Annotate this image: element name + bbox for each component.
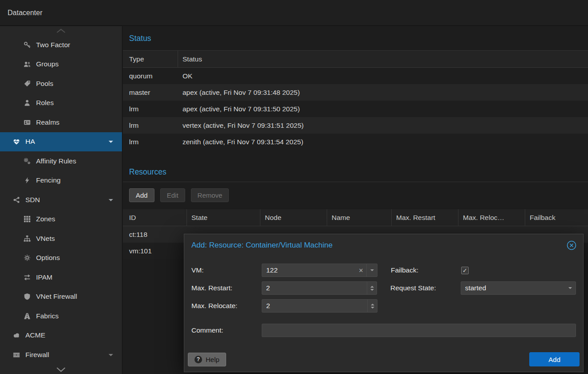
column-header-type[interactable]: Type bbox=[123, 51, 178, 67]
sidebar: Two Factor Groups Pools Roles bbox=[0, 26, 122, 374]
table-row[interactable]: lrm zenith (active, Fri Nov 7 09:31:54 2… bbox=[123, 134, 588, 150]
sidebar-item-affinity-rules[interactable]: Affinity Rules bbox=[0, 151, 122, 171]
sidebar-item-label: Roles bbox=[36, 99, 54, 107]
failback-checkbox[interactable]: ✓ bbox=[461, 267, 469, 274]
vm-input[interactable] bbox=[262, 266, 356, 274]
sidebar-item-label: Groups bbox=[36, 60, 59, 68]
sidebar-item-zones[interactable]: Zones bbox=[0, 210, 122, 229]
resources-panel-title: Resources bbox=[123, 163, 588, 182]
sidebar-item-label: Zones bbox=[36, 215, 55, 223]
shield-icon bbox=[23, 293, 31, 300]
table-row[interactable]: quorum OK bbox=[123, 68, 588, 84]
add-button[interactable]: Add bbox=[129, 188, 154, 202]
sidebar-item-ha[interactable]: HA bbox=[0, 132, 122, 152]
type-cell: quorum bbox=[123, 68, 178, 84]
request-state-select[interactable] bbox=[461, 281, 576, 295]
bolt-icon bbox=[23, 177, 31, 184]
request-state-value[interactable] bbox=[461, 284, 565, 292]
table-row[interactable]: lrm apex (active, Fri Nov 7 09:31:50 202… bbox=[123, 101, 588, 117]
help-button[interactable]: ? Help bbox=[188, 353, 226, 366]
dialog-add-button[interactable]: Add bbox=[529, 352, 580, 366]
column-header-max-restart[interactable]: Max. Restart bbox=[392, 209, 458, 226]
resources-table-header: ID State Node Name Max. Restart Max. Rel… bbox=[123, 209, 588, 226]
grid-icon bbox=[23, 215, 31, 223]
page-title: Datacenter bbox=[8, 9, 42, 17]
dialog-footer: ? Help Add bbox=[184, 350, 583, 372]
sidebar-item-label: Two Factor bbox=[36, 41, 70, 49]
column-header-name[interactable]: Name bbox=[327, 209, 392, 226]
resources-toolbar: Add Edit Remove bbox=[123, 182, 588, 209]
chevron-down-icon[interactable] bbox=[366, 264, 377, 276]
dialog-title: Add: Resource: Container/Virtual Machine bbox=[191, 241, 333, 250]
column-header-failback[interactable]: Failback bbox=[525, 209, 588, 226]
comment-label: Comment: bbox=[191, 326, 262, 334]
top-bar: Datacenter bbox=[0, 0, 588, 26]
close-icon[interactable] bbox=[566, 240, 577, 251]
heartbeat-icon bbox=[12, 138, 20, 145]
comment-input[interactable] bbox=[262, 326, 576, 334]
table-row[interactable]: lrm vertex (active, Fri Nov 7 09:31:51 2… bbox=[123, 117, 588, 134]
max-restart-input[interactable] bbox=[262, 284, 367, 292]
sidebar-item-acme[interactable]: ACME bbox=[0, 326, 122, 346]
max-restart-stepper[interactable] bbox=[262, 281, 377, 295]
sidebar-item-vnet-firewall[interactable]: VNet Firewall bbox=[0, 287, 122, 307]
sidebar-item-sdn[interactable]: SDN bbox=[0, 190, 122, 210]
gears-icon bbox=[23, 158, 31, 165]
sitemap-icon bbox=[23, 235, 31, 242]
sidebar-item-label: VNets bbox=[36, 235, 55, 243]
transfer-arrows-icon bbox=[23, 274, 31, 281]
sidebar-item-fabrics[interactable]: Fabrics bbox=[0, 306, 122, 326]
sidebar-item-realms[interactable]: Realms bbox=[0, 113, 122, 132]
sidebar-item-label: Options bbox=[36, 254, 60, 262]
chevron-down-icon[interactable] bbox=[109, 199, 113, 201]
type-cell: lrm bbox=[123, 101, 178, 117]
scroll-down-icon[interactable] bbox=[55, 366, 67, 373]
sidebar-item-vnets[interactable]: VNets bbox=[0, 229, 122, 248]
status-cell: apex (active, Fri Nov 7 09:31:48 2025) bbox=[178, 84, 588, 101]
max-relocate-stepper[interactable] bbox=[262, 299, 377, 313]
sidebar-item-pools[interactable]: Pools bbox=[0, 74, 122, 94]
sidebar-item-two-factor[interactable]: Two Factor bbox=[0, 35, 122, 55]
gear-icon bbox=[23, 254, 31, 261]
column-header-state[interactable]: State bbox=[187, 209, 260, 226]
type-cell: lrm bbox=[123, 117, 178, 134]
sidebar-item-groups[interactable]: Groups bbox=[0, 55, 122, 74]
column-header-id[interactable]: ID bbox=[123, 209, 187, 226]
sidebar-item-ipam[interactable]: IPAM bbox=[0, 268, 122, 287]
edit-button[interactable]: Edit bbox=[160, 188, 185, 202]
sidebar-item-label: HA bbox=[25, 138, 35, 146]
status-panel-title: Status bbox=[123, 26, 588, 51]
user-icon bbox=[23, 99, 31, 106]
app-window: Datacenter Two Factor Groups bbox=[0, 0, 588, 374]
sidebar-item-label: IPAM bbox=[36, 273, 53, 281]
sidebar-item-options[interactable]: Options bbox=[0, 248, 122, 268]
vm-combobox[interactable]: ✕ bbox=[262, 264, 377, 277]
help-button-label: Help bbox=[206, 356, 219, 363]
column-header-status[interactable]: Status bbox=[178, 51, 588, 67]
sidebar-item-firewall[interactable]: Firewall bbox=[0, 345, 122, 365]
spinner-arrows-icon[interactable] bbox=[367, 300, 377, 312]
type-cell: master bbox=[123, 84, 178, 101]
clear-icon[interactable]: ✕ bbox=[356, 264, 366, 276]
column-header-node[interactable]: Node bbox=[260, 209, 327, 226]
sidebar-item-label: Realms bbox=[36, 118, 60, 126]
cloud-icon bbox=[12, 332, 20, 339]
key-icon bbox=[23, 41, 31, 49]
spinner-arrows-icon[interactable] bbox=[367, 282, 377, 294]
sidebar-item-label: Firewall bbox=[25, 351, 49, 359]
scroll-up-icon[interactable] bbox=[55, 28, 67, 34]
max-restart-label: Max. Restart: bbox=[191, 284, 262, 292]
max-relocate-input[interactable] bbox=[262, 302, 367, 310]
sidebar-item-fencing[interactable]: Fencing bbox=[0, 171, 122, 191]
table-row[interactable]: master apex (active, Fri Nov 7 09:31:48 … bbox=[123, 84, 588, 101]
sidebar-item-roles[interactable]: Roles bbox=[0, 94, 122, 113]
column-header-max-relocate[interactable]: Max. Reloc… bbox=[458, 209, 525, 226]
id-cell: vm:101 bbox=[123, 243, 187, 259]
chevron-down-icon[interactable] bbox=[109, 141, 113, 143]
remove-button[interactable]: Remove bbox=[191, 188, 229, 202]
chevron-down-icon[interactable] bbox=[109, 354, 113, 356]
status-cell: apex (active, Fri Nov 7 09:31:50 2025) bbox=[178, 101, 588, 117]
chevron-down-icon[interactable] bbox=[565, 282, 576, 294]
sidebar-item-label: Affinity Rules bbox=[36, 157, 76, 165]
comment-field[interactable] bbox=[262, 324, 576, 337]
